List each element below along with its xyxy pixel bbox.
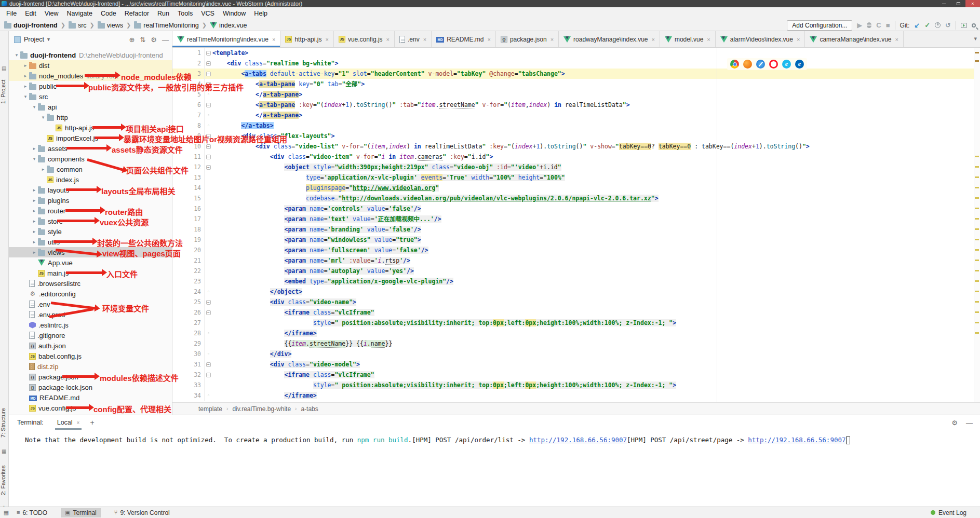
- chevron-icon[interactable]: ▸: [31, 219, 38, 224]
- menu-navigate[interactable]: Navigate: [63, 7, 97, 20]
- tree-item[interactable]: ▸public: [9, 81, 172, 91]
- tree-item[interactable]: ▸views: [9, 247, 172, 257]
- minimize-button[interactable]: [936, 0, 951, 7]
- statusbar-terminal[interactable]: ▣Terminal: [61, 508, 101, 517]
- rollback-icon[interactable]: ↺: [945, 22, 951, 29]
- fold-collapse-icon[interactable]: −: [206, 300, 211, 305]
- terminal-output[interactable]: Note that the development build is not o…: [9, 430, 980, 445]
- tree-item[interactable]: dist.zip: [9, 361, 172, 372]
- fold-collapse-icon[interactable]: −: [206, 362, 211, 367]
- fold-collapse-icon[interactable]: −: [206, 51, 211, 56]
- hide-panel-icon[interactable]: —: [966, 419, 973, 427]
- editor-tab[interactable]: alarmVideos\index.vue×: [716, 31, 806, 47]
- fold-marker-icon[interactable]: ◦: [205, 89, 212, 100]
- chevron-down-icon[interactable]: ▼: [46, 37, 51, 42]
- toolwindow-switcher-icon[interactable]: ▦: [0, 509, 12, 516]
- code-line[interactable]: 31− <div class="video-model">: [172, 359, 974, 370]
- tree-item[interactable]: README.md: [9, 392, 172, 403]
- code-line[interactable]: 11− <div class="video-item" v-for="i in …: [172, 152, 974, 162]
- statusbar-versioncontrol[interactable]: ⑂9: Version Control: [110, 508, 174, 517]
- code-line[interactable]: 28◦ </iframe>: [172, 328, 974, 338]
- code-line[interactable]: 34◦ </iframe>: [172, 390, 974, 401]
- fold-marker-icon[interactable]: −: [205, 58, 212, 69]
- chevron-icon[interactable]: ▸: [22, 73, 29, 78]
- fold-collapse-icon[interactable]: −: [206, 72, 211, 76]
- tree-item[interactable]: .env: [9, 299, 172, 309]
- fold-collapse-icon[interactable]: −: [206, 134, 211, 139]
- chevron-down-icon[interactable]: ▾: [974, 35, 977, 42]
- hide-panel-icon[interactable]: —: [162, 36, 169, 44]
- editor-tab[interactable]: model.vue×: [660, 31, 716, 47]
- history-icon[interactable]: [935, 22, 941, 28]
- code-line[interactable]: 8◦ </a-tabs>: [172, 120, 974, 131]
- chevron-icon[interactable]: ▸: [22, 63, 29, 68]
- collapse-all-icon[interactable]: ⇅: [140, 36, 145, 44]
- chevron-icon[interactable]: ▸: [22, 84, 29, 89]
- tree-item[interactable]: ▸layouts: [9, 185, 172, 195]
- tree-item[interactable]: auth.json: [9, 340, 172, 351]
- chevron-icon[interactable]: ▾: [22, 94, 29, 99]
- code-line[interactable]: 10− <div class="video-list" v-for="(item…: [172, 141, 974, 152]
- editor-tab[interactable]: http-api.js×: [280, 31, 333, 47]
- code-line[interactable]: 29 {{item.streetName}} {{i.name}}: [172, 338, 974, 349]
- chevron-icon[interactable]: ▸: [31, 208, 38, 213]
- fold-marker-icon[interactable]: ◦: [205, 390, 212, 401]
- code-line[interactable]: 7◦ </a-tab-pane>: [172, 110, 974, 120]
- fold-marker-icon[interactable]: −: [205, 69, 212, 79]
- breadcrumb-item[interactable]: duoji-frontend: [4, 22, 58, 29]
- rail-favorites-tab[interactable]: 2: Favorites: [0, 459, 9, 501]
- debug-icon[interactable]: [867, 22, 871, 28]
- breadcrumb-item[interactable]: realTimeMonitoring: [134, 22, 199, 29]
- menu-code[interactable]: Code: [97, 7, 120, 20]
- tree-item[interactable]: .editorconfig: [9, 289, 172, 299]
- run-anything-icon[interactable]: [961, 23, 967, 28]
- statusbar-todo[interactable]: ≡6: TODO: [12, 508, 51, 517]
- code-line[interactable]: 21 <param name='mrl' :value='i.rtsp'/>: [172, 255, 974, 266]
- run-icon[interactable]: ▶: [857, 22, 862, 29]
- close-icon[interactable]: ×: [652, 36, 655, 43]
- terminal-tab-local[interactable]: Local ×: [55, 415, 82, 430]
- close-icon[interactable]: ×: [707, 36, 710, 43]
- fold-marker-icon[interactable]: −: [205, 131, 212, 141]
- fold-marker-icon[interactable]: −: [205, 370, 212, 380]
- code-line[interactable]: 30◦ </div>: [172, 349, 974, 359]
- menu-vcs[interactable]: VCS: [197, 7, 219, 20]
- close-icon[interactable]: ×: [551, 36, 554, 43]
- locate-file-icon[interactable]: ⊕: [129, 36, 135, 44]
- chevron-icon[interactable]: ▸: [31, 198, 38, 203]
- code-line[interactable]: 33 style=" position:absolute;visibility:…: [172, 380, 974, 390]
- code-line[interactable]: 26− <iframe class="vlcIframe": [172, 307, 974, 318]
- menu-window[interactable]: Window: [219, 7, 250, 20]
- tree-item[interactable]: ▸router: [9, 206, 172, 216]
- code-line[interactable]: 17 <param name='text' value='正在加载视频中...'…: [172, 214, 974, 224]
- fold-collapse-icon[interactable]: −: [206, 165, 211, 170]
- code-line[interactable]: 18 <param name='branding' value='false'/…: [172, 224, 974, 235]
- fold-collapse-icon[interactable]: −: [206, 155, 211, 159]
- chevron-icon[interactable]: ▾: [31, 156, 38, 161]
- tree-item[interactable]: .eslintrc.js: [9, 320, 172, 330]
- opera-browser-icon[interactable]: [769, 60, 778, 69]
- tree-item[interactable]: ▸dist: [9, 60, 172, 71]
- tree-item[interactable]: ▸style: [9, 226, 172, 237]
- tree-item[interactable]: ▾src: [9, 91, 172, 102]
- tree-item[interactable]: package-lock.json: [9, 382, 172, 392]
- project-toolwindow-icon[interactable]: ▤: [2, 65, 6, 71]
- editor-tab[interactable]: README.md×: [432, 31, 496, 47]
- close-icon[interactable]: ×: [272, 36, 275, 43]
- editor-tab[interactable]: roadwayManage\index.vue×: [559, 31, 660, 47]
- chrome-browser-icon[interactable]: [730, 60, 739, 69]
- chevron-icon[interactable]: ▾: [39, 115, 47, 120]
- fold-marker-icon[interactable]: −: [205, 359, 212, 370]
- fold-marker-icon[interactable]: ◦: [205, 349, 212, 359]
- code-line[interactable]: 15 codebase="http://downloads.videolan.o…: [172, 193, 974, 203]
- breadcrumb-item[interactable]: src: [69, 22, 87, 29]
- close-button[interactable]: ×: [965, 0, 980, 7]
- code-line[interactable]: 12− <object style="width:390px;height:21…: [172, 162, 974, 172]
- tree-item[interactable]: .browserslistrc: [9, 278, 172, 289]
- ie-browser-icon[interactable]: e: [782, 60, 791, 69]
- menu-edit[interactable]: Edit: [21, 7, 41, 20]
- fold-marker-icon[interactable]: −: [205, 307, 212, 318]
- code-line[interactable]: 19 <param name="windowless" value="true"…: [172, 235, 974, 245]
- tree-item[interactable]: package.json: [9, 372, 172, 382]
- chevron-icon[interactable]: ▸: [31, 146, 38, 151]
